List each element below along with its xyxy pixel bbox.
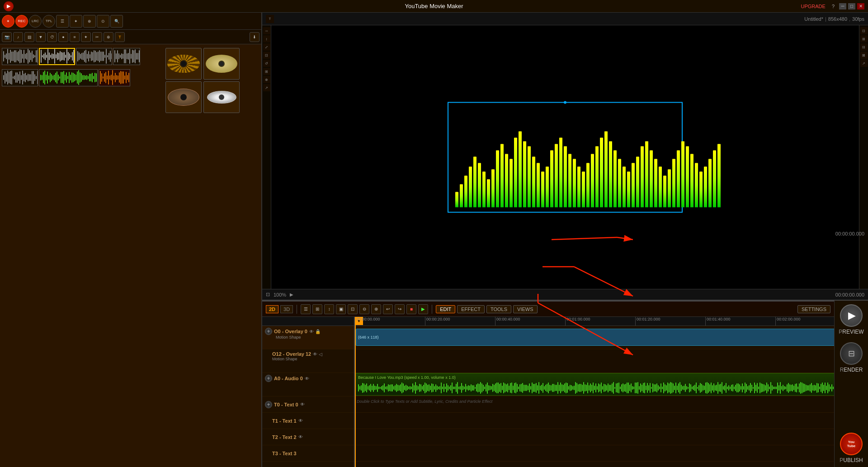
tl-lock-btn[interactable]: ▣ xyxy=(336,304,346,314)
maximize-button[interactable]: □ xyxy=(848,3,855,9)
transform-arrow[interactable]: ↔ xyxy=(263,27,270,34)
upgrade-link[interactable]: UPGRADE xyxy=(801,4,825,9)
scene-button[interactable]: ⊕ xyxy=(83,15,96,28)
transform-rotate[interactable]: ↺ xyxy=(263,60,270,67)
tools-btn[interactable]: ✂ xyxy=(92,32,102,42)
track-label-o0: + O0 - Overlay 0 👁 🔒 Motion Shape xyxy=(262,326,354,349)
clip-o0[interactable]: (646 x 118) xyxy=(356,329,834,346)
audio-waveform-visual xyxy=(357,382,834,394)
rt-4[interactable]: ⊠ xyxy=(860,52,868,59)
track-eye-t1[interactable]: 👁 xyxy=(298,418,303,423)
tl-group-btn[interactable]: ⊡ xyxy=(348,304,358,314)
transform-v[interactable]: ↕ xyxy=(263,35,270,42)
track-eye-t0[interactable]: 👁 xyxy=(300,402,305,407)
tpl-button[interactable]: TPL xyxy=(42,15,55,28)
waveform-clip-2[interactable] xyxy=(39,48,75,65)
rt-1[interactable]: ⊡ xyxy=(860,27,868,34)
rt-3[interactable]: ⊟ xyxy=(860,43,868,51)
import-btn[interactable]: ⬇ xyxy=(250,32,259,42)
tl-zoom-in[interactable]: ⊕ xyxy=(371,304,381,314)
transform-scale[interactable]: ⊞ xyxy=(263,68,270,75)
waveform-clip-5[interactable] xyxy=(2,69,38,86)
render-btn[interactable]: ⊟ RENDER xyxy=(838,342,865,373)
play-button[interactable]: ▶ xyxy=(290,292,293,297)
timeline-tracks[interactable]: ▼ 00:00:00.000 00:00:20.000 00:00:40.000… xyxy=(355,317,834,467)
search-button[interactable]: 🔍 xyxy=(110,15,123,28)
video-btn[interactable]: ▤ xyxy=(24,32,34,42)
thumbnail-area xyxy=(162,44,261,467)
mode-2d-btn[interactable]: 2D xyxy=(266,305,278,313)
transform-export[interactable]: ↗ xyxy=(263,84,270,91)
tab-edit[interactable]: EDIT xyxy=(436,305,455,313)
waveform-clip-4[interactable] xyxy=(113,48,140,65)
tl-size-btn[interactable]: ↕ xyxy=(324,304,334,314)
tab-settings[interactable]: SETTINGS xyxy=(797,305,830,313)
rec-button[interactable]: REC xyxy=(15,15,28,28)
thumb-eye-1[interactable] xyxy=(165,48,202,80)
publish-btn[interactable]: You Tube PUBLISH xyxy=(838,433,865,463)
tl-grid-btn[interactable]: ⊞ xyxy=(312,304,322,314)
track-row-t1 xyxy=(355,413,834,429)
transform-tl[interactable]: ⤢ xyxy=(263,43,270,51)
time-button[interactable]: ⊙ xyxy=(97,15,109,28)
preview-icon: ▶ xyxy=(840,304,863,327)
transform-3d[interactable]: ⊕ xyxy=(263,76,270,83)
preview-tool-t[interactable]: T xyxy=(266,15,274,23)
record-btn[interactable]: ● xyxy=(58,32,68,42)
star-button[interactable]: ✦ xyxy=(70,15,82,28)
track-arrow-o12[interactable]: ◁ xyxy=(319,352,322,357)
lrc-button[interactable]: LRC xyxy=(29,15,42,28)
publish-label: PUBLISH xyxy=(840,457,863,463)
thumb-eye-3[interactable] xyxy=(165,81,202,113)
track-eye-a0[interactable]: 👁 xyxy=(305,376,309,381)
waveform-clip-3[interactable] xyxy=(76,48,112,65)
waveform-clip-green[interactable] xyxy=(39,69,98,86)
tab-tools[interactable]: TOOLS xyxy=(486,305,511,313)
time-btn[interactable]: ⏱ xyxy=(47,32,57,42)
mode-3d-btn[interactable]: 3D xyxy=(280,305,293,313)
transform-toolbar: ↔ ↕ ⤢ ⊡ ↺ ⊞ ⊕ ↗ xyxy=(262,25,271,289)
thumb-eye-2[interactable] xyxy=(203,48,240,80)
subtitle-btn[interactable]: ▼ xyxy=(36,32,46,42)
fx-btn[interactable]: ✦ xyxy=(81,32,91,42)
transform-crop[interactable]: ⊡ xyxy=(263,52,270,59)
right-sidebar: ▶ PREVIEW ⊟ RENDER xyxy=(834,301,868,467)
close-button[interactable]: ✕ xyxy=(857,3,864,9)
thumb-eye-4[interactable] xyxy=(203,81,240,113)
help-btn[interactable]: ? xyxy=(832,4,835,9)
rt-5[interactable]: ↗ xyxy=(860,60,868,67)
plugin-btn[interactable]: ⊕ xyxy=(104,32,113,42)
photo-btn[interactable]: 📷 xyxy=(2,32,12,42)
track-add-o0[interactable]: + xyxy=(265,328,272,335)
list-view-btn[interactable]: ≡ xyxy=(70,32,80,42)
list-button[interactable]: ☰ xyxy=(56,15,69,28)
track-eye-o0[interactable]: 👁 xyxy=(309,329,314,334)
rt-2[interactable]: ⊞ xyxy=(860,35,868,42)
track-lock-o0[interactable]: 🔒 xyxy=(315,329,321,334)
track-row-a0: Because I Love You.mp3 (speed x 1.00, vo… xyxy=(355,373,834,396)
track-add-t0[interactable]: + xyxy=(265,401,272,408)
audio-btn[interactable]: ♪ xyxy=(13,32,23,42)
tl-redo[interactable]: ↪ xyxy=(395,304,405,314)
tl-undo[interactable]: ↩ xyxy=(383,304,393,314)
track-labels: + O0 - Overlay 0 👁 🔒 Motion Shape xyxy=(262,317,355,467)
tl-stop[interactable]: ■ xyxy=(406,304,416,314)
clip-a0[interactable]: Because I Love You.mp3 (speed x 1.00, vo… xyxy=(355,373,834,396)
track-eye-t2[interactable]: 👁 xyxy=(298,434,303,439)
media-toolbar: 📷 ♪ ▤ ▼ ⏱ ● ≡ ✦ ✂ ⊕ T ⬇ xyxy=(0,30,261,44)
playhead[interactable] xyxy=(355,317,356,467)
text-placeholder: Double Click to Type Texts or Add Subtit… xyxy=(357,399,832,404)
preview-btn[interactable]: ▶ PREVIEW xyxy=(838,304,865,335)
track-add-a0[interactable]: + xyxy=(265,375,272,382)
tab-effect[interactable]: EFFECT xyxy=(457,305,485,313)
text-btn[interactable]: T xyxy=(115,32,125,42)
tl-play[interactable]: ▶ xyxy=(418,304,428,314)
add-button[interactable]: + xyxy=(2,15,14,28)
waveform-clip-orange[interactable] xyxy=(99,69,130,86)
track-eye-o12[interactable]: 👁 xyxy=(313,352,317,357)
waveform-clip-1[interactable] xyxy=(2,48,38,65)
tab-views[interactable]: VIEWS xyxy=(513,305,537,313)
tl-list-btn[interactable]: ☰ xyxy=(301,304,311,314)
minimize-button[interactable]: ─ xyxy=(839,3,846,9)
tl-zoom-out[interactable]: ⊖ xyxy=(359,304,369,314)
